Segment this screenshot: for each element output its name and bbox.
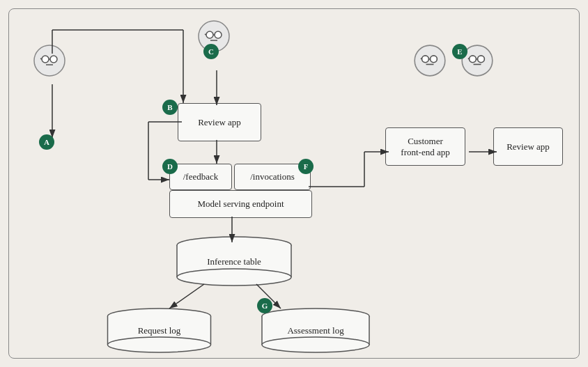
badge-g: G — [257, 298, 272, 313]
customer-frontend-box: Customer front-end app — [385, 127, 465, 166]
svg-line-34 — [421, 58, 422, 59]
svg-line-16 — [169, 284, 204, 309]
svg-point-26 — [215, 31, 222, 38]
review-app-right: Review app — [493, 127, 563, 166]
badge-e: E — [452, 44, 467, 59]
assessment-log: Assessment log — [260, 307, 371, 354]
badge-f: F — [298, 159, 314, 174]
svg-line-22 — [40, 58, 42, 59]
avatar-a — [33, 44, 66, 77]
svg-point-46 — [177, 269, 291, 286]
svg-point-30 — [415, 45, 445, 76]
badge-c: C — [203, 44, 219, 59]
svg-point-19 — [42, 56, 49, 63]
badge-a: A — [39, 134, 54, 150]
svg-point-20 — [50, 56, 57, 63]
svg-line-28 — [205, 34, 206, 35]
svg-line-40 — [468, 58, 470, 59]
request-log: Request log — [105, 307, 213, 354]
diagram-container: A B C Review app — [8, 8, 580, 359]
avatar-e1 — [413, 44, 447, 77]
inference-table: Inference table — [175, 235, 293, 288]
svg-point-25 — [206, 31, 213, 38]
model-serving-box: Model serving endpoint — [169, 190, 312, 218]
svg-point-51 — [108, 337, 211, 352]
svg-point-38 — [478, 56, 485, 63]
badge-d: D — [162, 159, 178, 174]
badge-b: B — [162, 100, 178, 115]
svg-point-31 — [422, 56, 429, 63]
svg-point-37 — [470, 56, 477, 63]
review-app-main: Review app — [178, 103, 261, 141]
svg-point-56 — [262, 337, 369, 352]
svg-point-18 — [34, 45, 65, 76]
svg-point-32 — [431, 56, 438, 63]
feedback-box: /feedback — [169, 164, 232, 190]
